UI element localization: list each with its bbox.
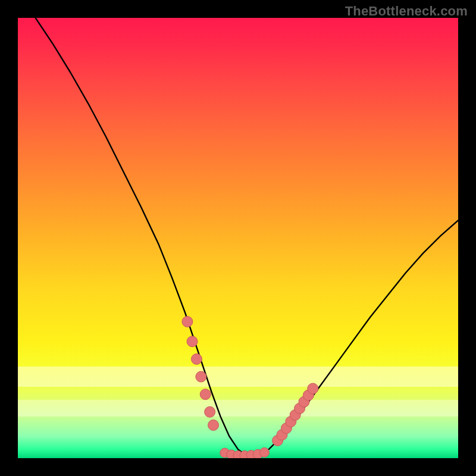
data-marker	[259, 447, 269, 457]
data-marker	[208, 420, 219, 431]
data-marker	[182, 317, 193, 327]
data-marker	[191, 354, 202, 365]
data-marker	[308, 383, 318, 394]
watermark-label: TheBottleneck.com	[345, 4, 468, 19]
data-marker	[196, 371, 206, 382]
plot-area	[18, 18, 458, 458]
data-marker	[205, 406, 215, 417]
data-marker	[200, 389, 211, 400]
data-marker	[187, 336, 198, 347]
bottleneck-curve	[36, 18, 458, 456]
chart-svg	[18, 18, 458, 458]
chart-frame: TheBottleneck.com	[0, 0, 476, 476]
